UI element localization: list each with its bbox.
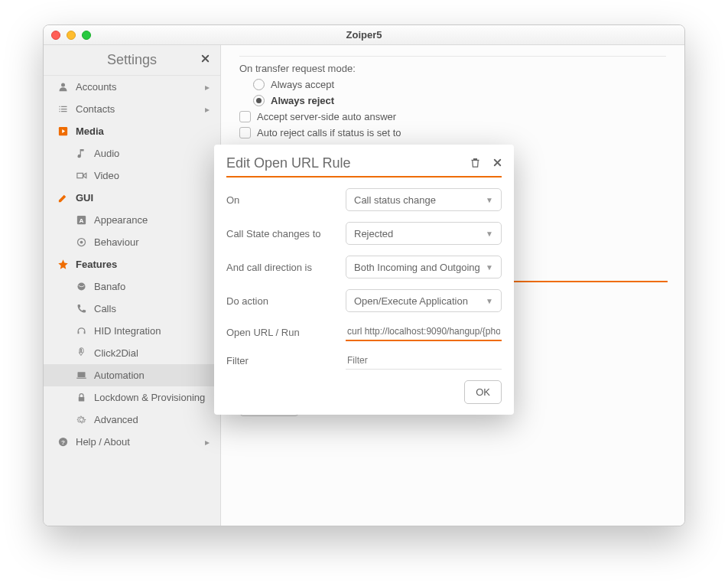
sidebar-item-label: Automation (94, 370, 145, 381)
check-label: Accept server-side auto answer (257, 111, 396, 122)
chevron-down-icon: ▼ (486, 230, 493, 238)
sidebar-item-label: HID Integration (94, 325, 161, 337)
radio-icon (253, 79, 265, 90)
sidebar-item-behaviour[interactable]: Behaviour (44, 231, 220, 253)
close-modal-button[interactable] (492, 157, 503, 171)
minimize-window-button[interactable] (67, 31, 76, 40)
sidebar-item-label: Advanced (94, 414, 138, 425)
target-icon (74, 236, 88, 248)
sidebar-item-features[interactable]: Features (44, 253, 220, 275)
sidebar-item-label: Media (76, 125, 104, 137)
sidebar-item-label: Behaviour (94, 236, 139, 248)
chevron-down-icon: ▼ (486, 196, 493, 204)
field-label-direction: And call direction is (226, 262, 346, 273)
radio-label: Always accept (271, 79, 334, 90)
check-label: Auto reject calls if status is set to (257, 127, 401, 138)
titlebar: Zoiper5 (44, 25, 684, 45)
nav: Accounts▸Contacts▸MediaAudioVideoGUIAApp… (44, 76, 220, 453)
checkbox-icon (239, 111, 251, 122)
sidebar-item-media[interactable]: Media (44, 120, 220, 142)
close-window-button[interactable] (51, 31, 60, 40)
phone-icon (74, 303, 88, 314)
edit-url-rule-modal: Edit Open URL Rule On Call status change… (214, 145, 514, 415)
a-icon: A (74, 214, 88, 226)
sidebar-item-appearance[interactable]: AAppearance (44, 209, 220, 231)
star-icon (56, 259, 70, 270)
maximize-window-button[interactable] (82, 31, 91, 40)
svg-text:?: ? (61, 439, 65, 446)
sidebar: Settings Accounts▸Contacts▸MediaAudioVid… (44, 45, 221, 526)
radio-always-reject[interactable]: Always reject (253, 95, 666, 106)
laptop-icon (74, 370, 88, 381)
svg-rect-7 (76, 378, 86, 379)
sidebar-item-label: Calls (94, 303, 116, 314)
help-icon: ? (56, 436, 70, 448)
svg-point-4 (80, 241, 83, 244)
dropdown-value: Call status change (354, 194, 436, 206)
sidebar-item-label: Video (94, 170, 119, 181)
filter-input[interactable] (346, 352, 502, 370)
dropdown-action[interactable]: Open/Execute Application ▼ (346, 289, 502, 312)
sidebar-item-accounts[interactable]: Accounts▸ (44, 76, 220, 98)
sidebar-item-label: Appearance (94, 214, 148, 226)
note-icon (74, 148, 88, 159)
sidebar-item-label: Contacts (76, 103, 115, 115)
sidebar-item-click2dial[interactable]: Click2Dial (44, 342, 220, 364)
sidebar-item-label: Accounts (76, 81, 116, 93)
check-auto-reject-status[interactable]: Auto reject calls if status is set to (239, 127, 666, 138)
pointer-icon (74, 347, 88, 359)
transfer-mode-label: On transfer request mode: (239, 63, 666, 74)
sidebar-item-video[interactable]: Video (44, 164, 220, 187)
ok-label: OK (476, 386, 490, 398)
chevron-down-icon: ▼ (486, 263, 493, 272)
sidebar-title: Settings (107, 52, 157, 68)
sidebar-item-label: Click2Dial (94, 347, 138, 359)
dropdown-value: Rejected (354, 228, 393, 239)
sidebar-item-lockdown-provisioning[interactable]: Lockdown & Provisioning (44, 386, 220, 409)
field-label-state: Call State changes to (226, 228, 346, 239)
radio-icon (253, 95, 265, 106)
dropdown-state[interactable]: Rejected ▼ (346, 222, 502, 245)
sidebar-item-label: Features (76, 259, 117, 270)
sidebar-item-hid-integration[interactable]: HID Integration (44, 320, 220, 342)
sidebar-item-label: GUI (76, 192, 93, 204)
sidebar-item-calls[interactable]: Calls (44, 298, 220, 320)
gear-icon (74, 414, 88, 425)
open-url-input[interactable] (346, 323, 502, 341)
sidebar-item-gui[interactable]: GUI (44, 187, 220, 209)
close-icon (492, 157, 503, 168)
delete-rule-button[interactable] (470, 157, 481, 171)
svg-text:A: A (79, 217, 83, 224)
check-server-auto-answer[interactable]: Accept server-side auto answer (239, 111, 666, 122)
close-icon (200, 53, 211, 64)
sidebar-item-contacts[interactable]: Contacts▸ (44, 98, 220, 120)
sidebar-header: Settings (44, 45, 220, 76)
svg-rect-6 (77, 372, 85, 377)
chevron-right-icon: ▸ (205, 82, 210, 93)
dropdown-direction[interactable]: Both Incoming and Outgoing ▼ (346, 256, 502, 278)
modal-title: Edit Open URL Rule (226, 155, 502, 171)
trash-icon (470, 157, 481, 168)
radio-label: Always reject (271, 95, 334, 106)
radio-always-accept[interactable]: Always accept (253, 79, 666, 90)
sidebar-item-audio[interactable]: Audio (44, 142, 220, 164)
camera-icon (74, 170, 88, 181)
close-settings-button[interactable] (200, 53, 211, 67)
dropdown-on[interactable]: Call status change ▼ (346, 188, 502, 211)
headset-icon (74, 325, 88, 337)
user-icon (56, 81, 70, 93)
field-label-filter: Filter (226, 355, 346, 366)
svg-rect-8 (78, 397, 84, 402)
sidebar-item-automation[interactable]: Automation (44, 364, 220, 386)
chevron-down-icon: ▼ (486, 297, 493, 305)
ok-button[interactable]: OK (464, 380, 502, 404)
list-icon (56, 103, 70, 115)
sidebar-item-help-about[interactable]: ?Help / About▸ (44, 431, 220, 453)
sidebar-item-label: Lockdown & Provisioning (94, 392, 205, 403)
dropdown-value: Open/Execute Application (354, 295, 468, 307)
dropdown-value: Both Incoming and Outgoing (354, 262, 480, 273)
sidebar-item-label: Banafo (94, 281, 125, 292)
sidebar-item-label: Audio (94, 148, 119, 159)
sidebar-item-banafo[interactable]: Banafo (44, 275, 220, 298)
sidebar-item-advanced[interactable]: Advanced (44, 409, 220, 431)
